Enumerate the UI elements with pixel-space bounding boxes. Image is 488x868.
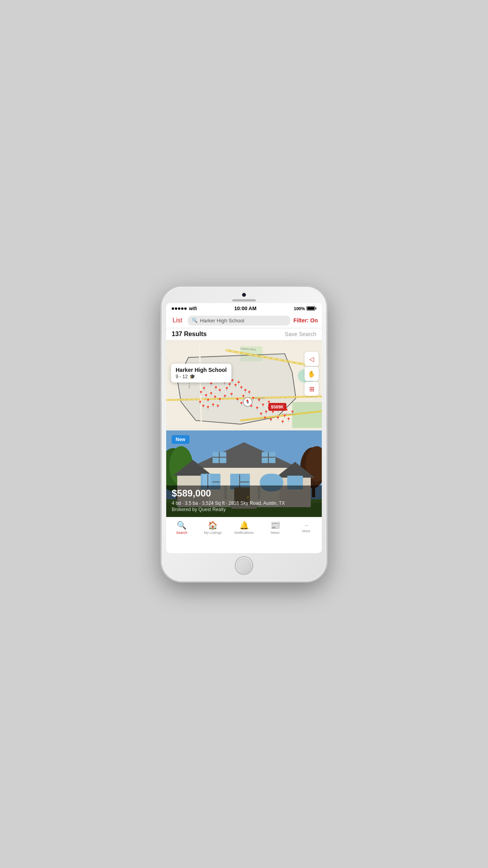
svg-rect-37 (240, 482, 249, 482)
save-search-button[interactable]: Save Search (285, 331, 316, 337)
power-button[interactable] (327, 355, 328, 383)
search-text: Harker High School (200, 318, 244, 324)
tab-bar: 🔍 Search 🏠 My Listings 🔔 Notifications 📰… (166, 517, 322, 537)
svg-text:McNeil Dr: McNeil Dr (255, 397, 265, 399)
search-tab-icon: 🔍 (177, 520, 187, 530)
battery-percent: 100% (294, 306, 305, 311)
listings-tab-icon: 🏠 (208, 520, 218, 530)
layers-icon: ⊞ (309, 385, 314, 393)
more-tab-icon: ··· (305, 522, 308, 528)
location-icon: ◁ (309, 355, 314, 363)
school-grade-text: 9 - 12 (176, 374, 188, 379)
property-price: $589,000 (172, 488, 316, 499)
property-photo[interactable]: New $589,000 4 bd · 3.5 ba · 3,524 Sq ft… (166, 430, 322, 517)
more-tab-label: More (302, 529, 310, 533)
filter-button[interactable]: Filter: On (294, 317, 318, 324)
phone-top (166, 291, 322, 302)
tab-notifications[interactable]: 🔔 Notifications (228, 520, 259, 535)
home-button[interactable] (235, 556, 253, 574)
tab-news[interactable]: 📰 News (260, 520, 291, 535)
volume-up-button[interactable] (160, 355, 161, 377)
battery-icon (306, 306, 316, 311)
hand-icon: ✋ (308, 370, 316, 378)
property-info: $589,000 4 bd · 3.5 ba · 3,524 Sq ft · 2… (172, 488, 316, 512)
school-name: Harker High School (176, 367, 227, 373)
property-details: 4 bd · 3.5 ba · 3,524 Sq ft · 2816 Sky R… (172, 500, 316, 506)
volume-down-button[interactable] (160, 381, 161, 403)
price-bubble[interactable]: $589K (268, 403, 286, 411)
svg-text:W Parmer Ln: W Parmer Ln (281, 413, 294, 415)
svg-rect-52 (262, 457, 275, 458)
phone-frame: wifi 10:00 AM 100% List 🔍 Harker High Sc… (161, 287, 327, 581)
school-popup: Harker High School 9 - 12 🎓 (171, 364, 231, 383)
phone-screen: wifi 10:00 AM 100% List 🔍 Harker High Sc… (166, 303, 322, 553)
graduation-icon: 🎓 (189, 374, 195, 379)
svg-text:8: 8 (247, 400, 249, 404)
notifications-tab-icon: 🔔 (239, 520, 249, 530)
map-area[interactable]: 8 Lakeline Blvd McNeil Dr W Parmer Ln Co… (166, 340, 322, 430)
phone-speaker (232, 299, 256, 302)
map-controls: ◁ ✋ ⊞ (305, 352, 319, 396)
results-count: 137 Results (172, 331, 207, 338)
location-button[interactable]: ◁ (305, 352, 319, 366)
svg-rect-34 (213, 482, 220, 482)
signal-dots (172, 307, 187, 310)
status-time: 10:00 AM (234, 305, 257, 311)
new-badge: New (172, 435, 189, 444)
hand-tool-button[interactable]: ✋ (305, 367, 319, 381)
map-background: 8 Lakeline Blvd McNeil Dr W Parmer Ln Co… (166, 340, 322, 430)
layers-button[interactable]: ⊞ (305, 382, 319, 396)
search-tab-label: Search (176, 531, 187, 535)
search-bar[interactable]: 🔍 Harker High School (188, 316, 290, 326)
listings-tab-label: My Listings (204, 531, 222, 535)
tab-search[interactable]: 🔍 Search (166, 520, 197, 535)
news-tab-icon: 📰 (270, 520, 280, 530)
front-camera (242, 293, 246, 297)
search-icon: 🔍 (192, 318, 198, 323)
notifications-tab-label: Notifications (234, 531, 253, 535)
results-bar: 137 Results Save Search (166, 328, 322, 340)
news-tab-label: News (271, 531, 280, 535)
list-button[interactable]: List (170, 315, 185, 326)
school-grade: 9 - 12 🎓 (176, 374, 227, 379)
property-broker: Brokered by Quest Realty (172, 507, 316, 512)
status-bar: wifi 10:00 AM 100% (166, 303, 322, 313)
nav-bar: List 🔍 Harker High School Filter: On (166, 313, 322, 328)
wifi-icon: wifi (189, 306, 197, 311)
status-left: wifi (172, 306, 197, 311)
status-right: 100% (294, 306, 316, 311)
home-button-inner (237, 558, 251, 572)
tab-my-listings[interactable]: 🏠 My Listings (197, 520, 228, 535)
tab-more[interactable]: ··· More (291, 522, 322, 533)
svg-rect-49 (213, 457, 226, 458)
